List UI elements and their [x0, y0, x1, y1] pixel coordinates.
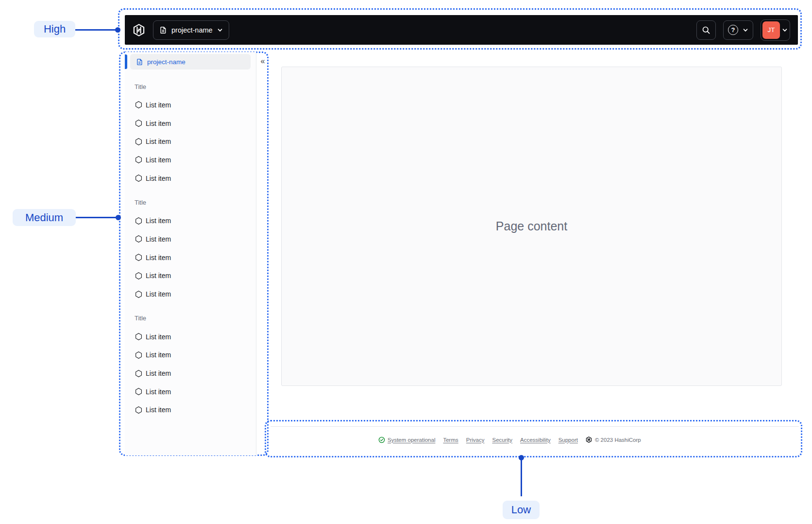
- hashicorp-logo: [133, 24, 145, 36]
- sidebar-list-item[interactable]: List item: [125, 151, 256, 169]
- annotation-label-high: High: [34, 21, 75, 37]
- sidebar-list-item[interactable]: List item: [125, 230, 256, 248]
- hexagon-icon: [135, 387, 143, 396]
- sidebar-list-item[interactable]: List item: [125, 401, 256, 419]
- sidebar-list-item[interactable]: List item: [125, 211, 256, 230]
- sidebar-item-label: List item: [146, 235, 171, 243]
- sidebar-item-label: List item: [146, 351, 171, 359]
- hexagon-icon: [135, 119, 143, 127]
- sidebar-list-item[interactable]: List item: [125, 364, 256, 383]
- hexagon-icon: [135, 235, 143, 243]
- footer-link[interactable]: Accessibility: [520, 437, 551, 443]
- sidebar-item-label: List item: [146, 120, 171, 127]
- hexagon-icon: [135, 138, 143, 146]
- check-circle-icon: [378, 437, 385, 443]
- navbar-right-cluster: ? JT: [696, 19, 790, 41]
- hashicorp-logo: [586, 437, 592, 443]
- sidebar-collapse-button[interactable]: «: [257, 55, 269, 67]
- sidebar-item-project-name[interactable]: project-name: [130, 54, 251, 70]
- search-icon: [702, 26, 710, 35]
- sidebar-section: Title List item List item List item List…: [125, 77, 256, 187]
- chevron-down-icon: [217, 27, 223, 33]
- sidebar-item-label: List item: [146, 388, 171, 396]
- annotation-connector-medium: [76, 217, 116, 218]
- sidebar-section-title: Title: [125, 193, 256, 211]
- hexagon-icon: [135, 217, 143, 225]
- footer-link[interactable]: Security: [492, 437, 512, 443]
- sidebar-list-item[interactable]: List item: [125, 383, 256, 401]
- sidebar-item-label: List item: [146, 101, 171, 109]
- top-navbar: project-name ? JT: [125, 15, 798, 45]
- annotation-label-medium: Medium: [13, 209, 76, 226]
- sidebar-item-label: List item: [146, 138, 171, 145]
- sidebar-list-item[interactable]: List item: [125, 114, 256, 133]
- sidebar-item-label: List item: [146, 333, 171, 341]
- sidebar-item-label: List item: [146, 290, 171, 298]
- sidebar-item-label: List item: [146, 369, 171, 377]
- sidebar-section-title: Title: [125, 309, 256, 328]
- sidebar-list-item[interactable]: List item: [125, 346, 256, 365]
- screenshot-canvas: High Medium Low project-name: [0, 0, 812, 524]
- footer: System operational Terms Privacy Securit…: [271, 426, 799, 453]
- chevron-down-icon: [780, 27, 790, 33]
- sidebar-section: Title List item List item List item List…: [125, 309, 256, 419]
- system-status-label: System operational: [388, 437, 435, 443]
- account-menu-button[interactable]: JT: [761, 19, 790, 41]
- footer-link[interactable]: Support: [558, 437, 578, 443]
- sidebar-item-label: List item: [146, 272, 171, 279]
- annotation-dot-low: [519, 455, 524, 460]
- help-menu-button[interactable]: ?: [723, 20, 753, 40]
- user-avatar: JT: [762, 21, 780, 39]
- footer-link[interactable]: Terms: [443, 437, 458, 443]
- project-selector-label: project-name: [171, 26, 213, 34]
- sidebar-nav-sections: Title List item List item List item List…: [125, 77, 256, 419]
- system-status-link[interactable]: System operational: [378, 437, 435, 443]
- footer-links: Terms Privacy Security Accessibility Sup…: [443, 437, 577, 443]
- sidebar-section: Title List item List item List item List…: [125, 193, 256, 303]
- sidebar-list-item[interactable]: List item: [125, 248, 256, 267]
- sidebar-item-label: List item: [146, 175, 171, 182]
- sidebar-section-items: List item List item List item List item …: [125, 211, 256, 303]
- annotation-dot-medium: [116, 215, 121, 220]
- hexagon-icon: [135, 156, 143, 164]
- sidebar: project-name Title List item List item L…: [125, 52, 256, 455]
- file-text-icon: [159, 26, 167, 34]
- hexagon-icon: [135, 253, 143, 262]
- sidebar-list-item[interactable]: List item: [125, 328, 256, 346]
- search-button[interactable]: [696, 20, 716, 40]
- sidebar-item-label: List item: [146, 406, 171, 414]
- sidebar-section-title: Title: [125, 77, 256, 96]
- sidebar-list-item[interactable]: List item: [125, 285, 256, 303]
- annotation-connector-high: [75, 29, 116, 31]
- annotation-label-low: Low: [503, 501, 540, 519]
- hexagon-icon: [135, 406, 143, 414]
- sidebar-active-indicator: [125, 54, 127, 69]
- footer-link[interactable]: Privacy: [466, 437, 485, 443]
- sidebar-active-item-label: project-name: [147, 58, 186, 66]
- hexagon-icon: [135, 290, 143, 298]
- hexagon-icon: [135, 101, 143, 109]
- hexagon-icon: [135, 369, 143, 378]
- sidebar-section-items: List item List item List item List item …: [125, 96, 256, 187]
- sidebar-list-item[interactable]: List item: [125, 267, 256, 285]
- annotation-connector-low: [521, 457, 522, 496]
- hexagon-icon: [135, 351, 143, 359]
- project-selector-button[interactable]: project-name: [153, 20, 229, 40]
- footer-brand: © 2023 HashiCorp: [586, 437, 641, 443]
- hexagon-icon: [135, 272, 143, 280]
- footer-row: System operational Terms Privacy Securit…: [378, 427, 641, 453]
- sidebar-section-items: List item List item List item List item …: [125, 328, 256, 419]
- sidebar-item-label: List item: [146, 156, 171, 164]
- hexagon-icon: [135, 332, 143, 341]
- page-content-area: Page content: [281, 67, 782, 386]
- sidebar-item-label: List item: [146, 254, 171, 262]
- copyright-text: © 2023 HashiCorp: [595, 437, 641, 443]
- sidebar-list-item[interactable]: List item: [125, 132, 256, 151]
- sidebar-list-item[interactable]: List item: [125, 169, 256, 188]
- help-icon: ?: [728, 25, 738, 35]
- sidebar-list-item[interactable]: List item: [125, 96, 256, 114]
- hexagon-icon: [135, 174, 143, 182]
- file-text-icon: [136, 58, 143, 66]
- page-content-placeholder: Page content: [496, 219, 567, 233]
- chevron-down-icon: [743, 27, 748, 33]
